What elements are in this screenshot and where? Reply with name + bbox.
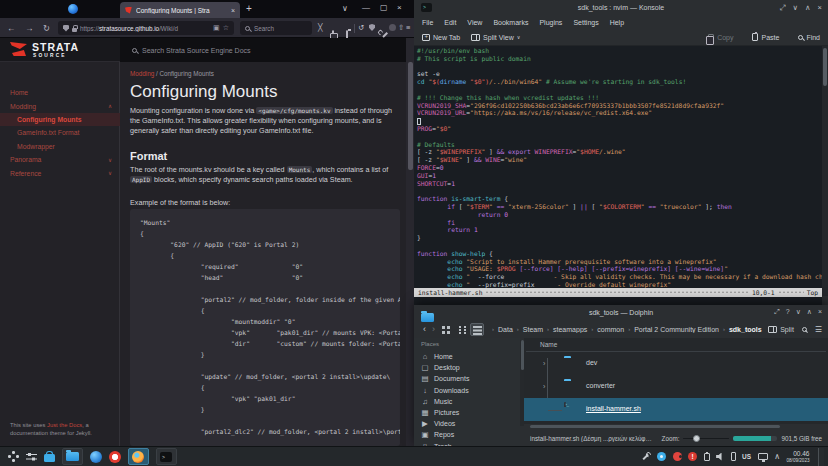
konsole-scrollbar[interactable] (822, 46, 828, 296)
column-header-name[interactable]: Name (540, 341, 557, 348)
tray-display-icon[interactable] (758, 453, 768, 460)
tray-clipboard-icon[interactable] (704, 453, 710, 461)
tray-steam-icon[interactable] (673, 452, 682, 461)
zoom-slider-knob[interactable] (693, 435, 700, 442)
browser-tab[interactable]: Configuring Mounts | Stra × (120, 2, 240, 18)
new-tab-button[interactable]: New Tab (422, 34, 460, 41)
extension-icon[interactable] (389, 24, 396, 31)
breadcrumb-steam[interactable]: Steam (523, 326, 543, 333)
cut-icon[interactable]: ╳ (318, 23, 323, 32)
menu-settings[interactable]: Settings (573, 19, 598, 26)
logo-word[interactable]: STRATA (32, 41, 79, 53)
chevron-down-icon[interactable]: ∨ (108, 157, 112, 163)
breadcrumb-steamapps[interactable]: steamapps (553, 326, 587, 333)
paste-button[interactable]: Paste (752, 33, 779, 41)
dolphin-back-icon[interactable]: ‹ (420, 324, 429, 334)
new-tab-button[interactable]: + (246, 3, 252, 14)
menu-view[interactable]: View (467, 19, 482, 26)
sidebar-item-modwrapper[interactable]: Modwrapper (0, 140, 120, 153)
keyboard-layout-indicator[interactable]: US (742, 453, 751, 460)
icons-view-button[interactable] (438, 323, 452, 336)
site-search-field[interactable]: Search Strata Source Engine Docs (120, 38, 414, 62)
expander-icon[interactable]: › (543, 383, 545, 390)
breadcrumb-portal-2-community-edition[interactable]: Portal 2 Community Edition (634, 326, 719, 333)
dolphin-search-icon[interactable] (802, 327, 807, 332)
sidebar-item-gameinfo-txt-format[interactable]: GameInfo.txt Format (0, 126, 120, 139)
konsole-restore-button[interactable]: ⤢ (780, 3, 786, 13)
dolphin-titlebar[interactable]: sdk_tools — Dolphin ⤢ ? ∨ ∧ × (414, 305, 828, 320)
tray-volume-icon[interactable] (716, 453, 724, 461)
footer-link[interactable]: Just the Docs (47, 422, 82, 428)
clock[interactable]: 00.46 08/09/2023 (787, 450, 810, 462)
tray-warning-icon[interactable]: ! (688, 452, 697, 461)
share-icon[interactable]: ⇧ (398, 23, 404, 32)
breadcrumb-data[interactable]: Data (498, 326, 513, 333)
breadcrumb-sdk-tools[interactable]: sdk_tools (729, 326, 762, 333)
menu-edit[interactable]: Edit (444, 19, 456, 26)
history-icon[interactable]: ↺ (358, 23, 364, 32)
place-item-desktop[interactable]: ▢Desktop (421, 363, 460, 372)
tab-list-dropdown-icon[interactable]: ∨ (342, 4, 348, 13)
taskbar-firefox-button[interactable] (128, 448, 149, 465)
chevron-up-icon[interactable]: ∧ (108, 103, 112, 109)
place-item-home[interactable]: ⌂Home (421, 352, 453, 361)
chevron-down-icon[interactable]: ∨ (108, 170, 112, 176)
tracking-shield-icon[interactable] (63, 25, 69, 32)
firefox-view-icon[interactable] (68, 4, 78, 14)
place-item-video[interactable]: ▶Videos (421, 419, 455, 428)
window-minimize-button[interactable]: — (362, 3, 370, 12)
breadcrumb-common[interactable]: common (597, 326, 624, 333)
konsole-minimize-button[interactable]: ∨ (793, 3, 799, 13)
konsole-close-button[interactable]: × (818, 3, 822, 13)
reload-icon[interactable]: ↻ (43, 23, 50, 33)
blue-app-icon[interactable] (90, 451, 102, 463)
breadcrumb-parent[interactable]: Modding (130, 70, 154, 77)
discover-icon[interactable] (44, 454, 55, 463)
taskbar-dolphin-button[interactable] (62, 448, 83, 465)
reader-container-icon[interactable]: ▣ (213, 24, 220, 32)
dolphin-close-button[interactable]: × (818, 308, 822, 316)
dolphin-menu-icon[interactable]: ☰ (815, 325, 822, 334)
browser-search-field[interactable]: Search (240, 21, 312, 35)
sidebar-item-configuring-mounts[interactable]: Configuring Mounts (0, 113, 120, 126)
compact-view-button[interactable] (454, 323, 468, 336)
dolphin-restore-button[interactable]: ⤢ (774, 308, 780, 316)
expander-icon[interactable]: › (543, 360, 545, 367)
sidebar-item-panorama[interactable]: Panorama∨ (0, 153, 120, 166)
dolphin-maximize-button[interactable]: ∧ (807, 308, 812, 316)
place-item-music[interactable]: ♫Music (421, 397, 452, 406)
menu-icon[interactable]: ≡ (406, 23, 410, 32)
copy-button[interactable]: Copy (708, 34, 733, 41)
sidebar-item-reference[interactable]: Reference∨ (0, 166, 120, 179)
terminal-viewport[interactable]: #!/usr/bin/env bash# This script is publ… (414, 46, 822, 288)
split-button[interactable]: Split (768, 326, 794, 333)
menu-file[interactable]: File (422, 19, 433, 26)
browser-scrollbar[interactable] (406, 38, 414, 446)
tray-expand-icon[interactable]: ∧ (774, 452, 780, 462)
app-launcher-icon[interactable] (8, 455, 11, 458)
tab-close-icon[interactable]: × (231, 7, 235, 14)
split-view-button[interactable]: Split View∨ (471, 34, 520, 41)
find-button[interactable]: Find (798, 34, 820, 41)
url-text[interactable]: https://stratasource.github.io/Wiki/d (80, 25, 210, 32)
tray-device-icon[interactable] (731, 452, 736, 461)
file-list-hscrollbar-thumb[interactable] (530, 425, 780, 429)
zoom-slider[interactable] (683, 434, 729, 442)
window-close-button[interactable]: × (397, 3, 402, 12)
window-maximize-button[interactable]: ▢ (380, 3, 388, 12)
browser-scrollbar-thumb[interactable] (408, 62, 413, 170)
protections-shield-icon[interactable] (369, 24, 375, 31)
file-row-converter[interactable]: ›converter (524, 375, 828, 398)
konsole-maximize-button[interactable]: ∧ (805, 3, 811, 13)
file-row-dev[interactable]: ›dev (524, 352, 828, 375)
bookmark-star-icon[interactable]: ☆ (223, 24, 229, 32)
sidebar-item-home[interactable]: Home (0, 86, 120, 99)
taskbar-konsole-button[interactable]: > (156, 448, 177, 465)
system-settings-icon[interactable] (26, 452, 37, 461)
dolphin-forward-icon[interactable]: › (429, 324, 438, 334)
back-icon[interactable]: ← (7, 23, 16, 33)
show-desktop-button[interactable] (818, 448, 824, 466)
tray-tools-icon[interactable] (642, 452, 651, 461)
place-item-folder[interactable]: ▣Repos (421, 430, 454, 439)
url-bar[interactable]: https://stratasource.github.io/Wiki/d ▣ … (58, 21, 234, 35)
